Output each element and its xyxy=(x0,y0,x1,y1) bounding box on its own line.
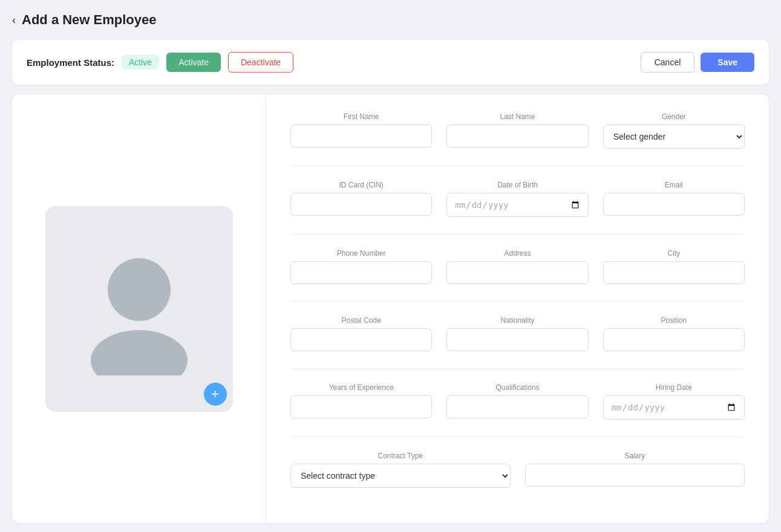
page-title: Add a New Employee xyxy=(22,12,157,28)
gender-label: Gender xyxy=(603,112,745,121)
avatar-section: + xyxy=(12,94,266,523)
postal-group: Postal Code xyxy=(290,316,432,351)
email-group: Email xyxy=(603,181,745,217)
divider-3 xyxy=(290,301,745,302)
gender-group: Gender Select gender Male Female Other xyxy=(603,112,745,149)
contract-select[interactable]: Select contract type Full-time Part-time… xyxy=(290,464,511,488)
dob-group: Date of Birth xyxy=(446,181,588,217)
experience-input[interactable] xyxy=(290,395,432,418)
form-row-6: Contract Type Select contract type Full-… xyxy=(290,452,745,488)
phone-label: Phone Number xyxy=(290,249,432,258)
nationality-input[interactable] xyxy=(446,328,588,351)
deactivate-button[interactable]: Deactivate xyxy=(228,52,293,73)
city-input[interactable] xyxy=(603,261,745,284)
activate-button[interactable]: Activate xyxy=(166,53,221,72)
employment-status-label: Employment Status: xyxy=(27,57,114,68)
id-card-label: ID Card (CIN) xyxy=(290,181,432,189)
back-icon[interactable]: ‹ xyxy=(12,14,16,27)
phone-input[interactable] xyxy=(290,261,432,284)
divider-5 xyxy=(290,436,745,437)
form-row-3: Phone Number Address City xyxy=(290,249,745,284)
id-card-input[interactable] xyxy=(290,193,432,216)
id-card-group: ID Card (CIN) xyxy=(290,181,432,217)
status-right: Cancel Save xyxy=(641,52,754,73)
status-bar: Employment Status: Active Activate Deact… xyxy=(12,40,769,85)
main-card: + First Name Last Name Gender Select gen… xyxy=(12,94,769,523)
first-name-input[interactable] xyxy=(290,125,432,148)
divider-1 xyxy=(290,166,745,166)
salary-group: Salary xyxy=(525,452,745,488)
avatar-add-button[interactable]: + xyxy=(204,383,227,406)
email-label: Email xyxy=(603,181,745,189)
first-name-group: First Name xyxy=(290,112,432,149)
email-input[interactable] xyxy=(603,193,745,216)
avatar-bg xyxy=(45,206,233,412)
divider-2 xyxy=(290,234,745,235)
address-input[interactable] xyxy=(446,261,588,284)
status-left: Employment Status: Active Activate Deact… xyxy=(27,52,293,73)
last-name-group: Last Name xyxy=(446,112,588,149)
postal-input[interactable] xyxy=(290,328,432,351)
form-row-4: Postal Code Nationality Position xyxy=(290,316,745,351)
hiring-date-group: Hiring Date xyxy=(603,383,745,420)
address-group: Address xyxy=(446,249,588,284)
form-row-5: Years of Experience Qualifications Hirin… xyxy=(290,383,745,420)
active-badge: Active xyxy=(122,55,159,70)
contract-group: Contract Type Select contract type Full-… xyxy=(290,452,511,488)
position-label: Position xyxy=(603,316,745,325)
divider-4 xyxy=(290,368,745,369)
svg-point-0 xyxy=(108,258,171,321)
qualifications-group: Qualifications xyxy=(446,383,588,420)
gender-select[interactable]: Select gender Male Female Other xyxy=(603,125,745,149)
qualifications-input[interactable] xyxy=(446,395,588,418)
form-row-1: First Name Last Name Gender Select gende… xyxy=(290,112,745,149)
salary-input[interactable] xyxy=(525,464,745,487)
hiring-date-label: Hiring Date xyxy=(603,383,745,392)
position-input[interactable] xyxy=(603,328,745,351)
dob-label: Date of Birth xyxy=(446,181,588,189)
dob-input[interactable] xyxy=(446,193,588,217)
cancel-button[interactable]: Cancel xyxy=(641,52,695,73)
nationality-label: Nationality xyxy=(446,316,588,325)
avatar-wrapper: + xyxy=(45,206,233,412)
form-row-2: ID Card (CIN) Date of Birth Email xyxy=(290,181,745,217)
nationality-group: Nationality xyxy=(446,316,588,351)
last-name-input[interactable] xyxy=(446,125,588,148)
experience-group: Years of Experience xyxy=(290,383,432,420)
city-label: City xyxy=(603,249,745,258)
save-button[interactable]: Save xyxy=(701,53,754,72)
first-name-label: First Name xyxy=(290,112,432,121)
phone-group: Phone Number xyxy=(290,249,432,284)
form-section: First Name Last Name Gender Select gende… xyxy=(266,94,769,523)
last-name-label: Last Name xyxy=(446,112,588,121)
qualifications-label: Qualifications xyxy=(446,383,588,392)
salary-label: Salary xyxy=(525,452,745,460)
svg-point-1 xyxy=(91,330,188,375)
address-label: Address xyxy=(446,249,588,258)
postal-label: Postal Code xyxy=(290,316,432,325)
contract-label: Contract Type xyxy=(290,452,511,460)
plus-icon: + xyxy=(211,388,219,401)
experience-label: Years of Experience xyxy=(290,383,432,392)
city-group: City xyxy=(603,249,745,284)
position-group: Position xyxy=(603,316,745,351)
hiring-date-input[interactable] xyxy=(603,395,745,420)
avatar-icon xyxy=(79,242,200,375)
